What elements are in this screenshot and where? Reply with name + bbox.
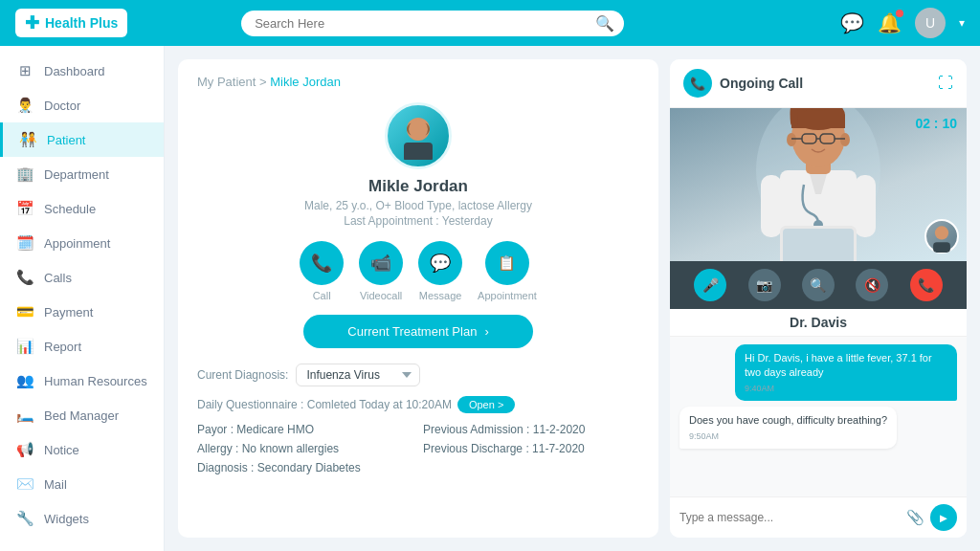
sidebar-item-department[interactable]: 🏢 Department [0, 157, 164, 191]
mail-icon: ✉️ [15, 475, 34, 493]
svg-rect-8 [761, 175, 782, 237]
mute-button[interactable]: 🔇 [856, 269, 888, 301]
patient-icon: 🧑‍🤝‍🧑 [18, 131, 37, 148]
sidebar-item-appointment[interactable]: 🗓️ Appoinment [0, 226, 164, 260]
department-icon: 🏢 [15, 165, 34, 183]
call-header: 📞 Ongoing Call ⛶ [670, 59, 967, 108]
questionnaire-row: Daily Questionnaire : Comleted Today at … [197, 396, 639, 413]
svg-point-16 [787, 133, 796, 146]
attach-icon[interactable]: 📎 [906, 509, 924, 526]
action-videocall[interactable]: 📹 Videocall [359, 241, 403, 301]
doctor-name-bar: Dr. Davis [670, 309, 967, 337]
doctor-illustration [751, 108, 885, 261]
chat-area: Hi Dr. Davis, i have a little fever, 37.… [670, 337, 967, 496]
fullscreen-icon[interactable]: ⛶ [938, 75, 953, 92]
chat-input-row: 📎 ► [670, 496, 967, 538]
end-call-button[interactable]: 📞 [910, 269, 943, 301]
ongoing-call-title: Ongoing Call [720, 76, 803, 91]
svg-rect-11 [783, 229, 854, 261]
chevron-down-icon[interactable]: ▾ [959, 16, 965, 30]
phone-icon: 📞 [683, 69, 712, 98]
patient-last-appointment: Last Appointment : Yesterday [197, 214, 639, 228]
sidebar-item-calls[interactable]: 📞 Calls [0, 260, 164, 295]
sidebar-item-payment[interactable]: 💳 Payment [0, 295, 164, 329]
sidebar-item-human-resources[interactable]: 👥 Human Resources [0, 364, 164, 398]
breadcrumb: My Patient > Mikle Jordan [197, 75, 639, 89]
message-button-icon: 💬 [418, 241, 462, 285]
content-area: My Patient > Mikle Jordan Mikle Jordan M… [165, 46, 980, 551]
logo[interactable]: ✚ Health Plus [15, 9, 127, 37]
svg-point-2 [409, 120, 428, 139]
human-resources-icon: 👥 [15, 372, 34, 389]
patient-name: Mikle Jordan [197, 177, 639, 196]
payor-item: Payor : Medicare HMO [197, 423, 413, 436]
header: ✚ Health Plus 🔍 💬 🔔 U ▾ [0, 0, 980, 46]
info-grid: Payor : Medicare HMO Previous Admission … [197, 423, 639, 474]
mic-button[interactable]: 🎤 [694, 269, 726, 301]
sidebar-item-schedule[interactable]: 📅 Schedule [0, 191, 164, 226]
svg-rect-15 [791, 115, 845, 128]
patient-avatar-illustration [394, 112, 442, 160]
chat-message-0: Hi Dr. Davis, i have a little fever, 37.… [735, 344, 957, 401]
chat-icon[interactable]: 💬 [840, 11, 864, 34]
sidebar-item-widgets[interactable]: 🔧 Widgets [0, 501, 164, 536]
action-appointment[interactable]: 📋 Appointment [478, 241, 537, 301]
calls-icon: 📞 [15, 269, 34, 286]
call-header-left: 📞 Ongoing Call [683, 69, 803, 98]
sidebar-item-bed-manager[interactable]: 🛏️ Bed Manager [0, 398, 164, 432]
search-call-button[interactable]: 🔍 [802, 269, 835, 301]
widgets-icon: 🔧 [15, 510, 34, 527]
allergy-item: Allergy : No known allergies [197, 442, 413, 455]
patient-panel: My Patient > Mikle Jordan Mikle Jordan M… [178, 59, 658, 538]
bed-manager-icon: 🛏️ [15, 407, 34, 424]
call-button-icon: 📞 [300, 241, 344, 285]
main-layout: ⊞ Dashboard 👨‍⚕️ Doctor 🧑‍🤝‍🧑 Patient 🏢 … [0, 46, 980, 551]
sidebar-item-notice[interactable]: 📢 Notice [0, 432, 164, 467]
dashboard-icon: ⊞ [15, 62, 34, 79]
action-message[interactable]: 💬 Message [418, 241, 462, 301]
sidebar: ⊞ Dashboard 👨‍⚕️ Doctor 🧑‍🤝‍🧑 Patient 🏢 … [0, 46, 165, 551]
prev-admission-item: Previous Admission : 11-2-2020 [423, 423, 639, 436]
appointment-button-icon: 📋 [485, 241, 529, 285]
diagnosis2-item: Diagnosis : Secondary Diabetes [197, 461, 413, 474]
svg-point-17 [840, 133, 850, 146]
action-call[interactable]: 📞 Call [300, 241, 344, 301]
payment-icon: 💳 [15, 303, 34, 320]
sidebar-item-report[interactable]: 📊 Report [0, 329, 164, 364]
user-avatar[interactable]: U [915, 8, 946, 38]
patient-info: Male, 25 y.o., O+ Blood Type, lactose Al… [197, 199, 639, 212]
chat-message-1: Does you have cough, difficulty breathin… [679, 407, 897, 449]
send-button[interactable]: ► [930, 504, 957, 531]
prev-discharge-item: Previous Discharge : 11-7-2020 [423, 442, 639, 455]
search-bar: 🔍 [241, 11, 624, 36]
svg-rect-25 [933, 242, 950, 253]
self-avatar-illustration [926, 219, 957, 253]
notice-icon: 📢 [15, 441, 34, 458]
schedule-icon: 📅 [15, 200, 34, 217]
diagnosis-row: Curent Diagnosis: Infuenza Virus [197, 364, 639, 386]
search-input[interactable] [241, 11, 624, 36]
camera-button[interactable]: 📷 [748, 269, 781, 301]
notification-dot [896, 10, 903, 17]
logo-cross-icon: ✚ [25, 12, 39, 33]
sidebar-item-mail[interactable]: ✉️ Mail [0, 467, 164, 501]
chat-input[interactable] [679, 511, 901, 524]
call-video: 02 : 10 [670, 108, 967, 261]
notification-bell[interactable]: 🔔 [878, 11, 902, 34]
header-actions: 💬 🔔 U ▾ [840, 8, 965, 38]
svg-rect-9 [855, 175, 876, 237]
sidebar-item-patient[interactable]: 🧑‍🤝‍🧑 Patient [0, 122, 164, 157]
sidebar-item-doctor[interactable]: 👨‍⚕️ Doctor [0, 88, 164, 122]
call-controls: 🎤 📷 🔍 🔇 📞 [670, 261, 967, 309]
sidebar-item-dashboard[interactable]: ⊞ Dashboard [0, 54, 164, 88]
call-panel: 📞 Ongoing Call ⛶ [670, 59, 967, 538]
logo-text: Health Plus [45, 15, 118, 31]
svg-point-24 [935, 226, 948, 239]
questionnaire-open-button[interactable]: Open > [457, 396, 515, 413]
patient-header: Mikle Jordan Male, 25 y.o., O+ Blood Typ… [197, 102, 639, 228]
diagnosis-select[interactable]: Infuenza Virus [296, 364, 420, 386]
mini-self-avatar [924, 219, 959, 253]
appointment-icon: 🗓️ [15, 234, 34, 252]
call-timer: 02 : 10 [915, 116, 957, 131]
treatment-plan-button[interactable]: Current Treatment Plan › [303, 315, 533, 348]
